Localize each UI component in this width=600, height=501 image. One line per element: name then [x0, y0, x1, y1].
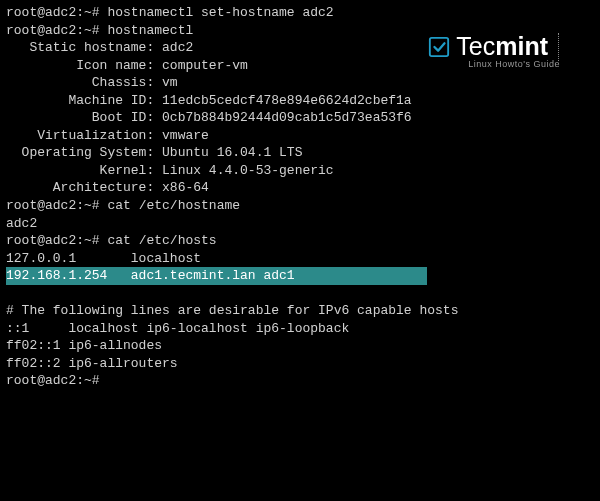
hosts-comment: # The following lines are desirable for …: [6, 302, 594, 320]
cmd-line-1: root@adc2:~# hostnamectl set-hostname ad…: [6, 4, 594, 22]
hostnamectl-machine-id: Machine ID: 11edcb5cedcf478e894e6624d2cb…: [6, 92, 594, 110]
hostnamectl-boot-id: Boot ID: 0cb7b884b92444d09cab1c5d73ea53f…: [6, 109, 594, 127]
hosts-localhost: 127.0.0.1 localhost: [6, 250, 594, 268]
hosts-ipv6-2: ff02::1 ip6-allnodes: [6, 337, 594, 355]
cmd-line-3: root@adc2:~# cat /etc/hostname: [6, 197, 594, 215]
cmd-line-5[interactable]: root@adc2:~#: [6, 372, 594, 390]
hostnamectl-chassis: Chassis: vm: [6, 74, 594, 92]
hostname-output: adc2: [6, 215, 594, 233]
hosts-blank: [6, 285, 594, 303]
tecmint-icon: [428, 36, 450, 58]
svg-rect-0: [430, 38, 448, 56]
hostnamectl-os: Operating System: Ubuntu 16.04.1 LTS: [6, 144, 594, 162]
hostnamectl-arch: Architecture: x86-64: [6, 179, 594, 197]
hosts-ipv6-3: ff02::2 ip6-allrouters: [6, 355, 594, 373]
hostnamectl-virtualization: Virtualization: vmware: [6, 127, 594, 145]
hostnamectl-kernel: Kernel: Linux 4.4.0-53-generic: [6, 162, 594, 180]
hosts-highlighted: 192.168.1.254 adc1.tecmint.lan adc1: [6, 267, 594, 285]
tecmint-tagline: Linux Howto's Guide: [468, 58, 560, 70]
hosts-ipv6-1: ::1 localhost ip6-localhost ip6-loopback: [6, 320, 594, 338]
cmd-line-4: root@adc2:~# cat /etc/hosts: [6, 232, 594, 250]
